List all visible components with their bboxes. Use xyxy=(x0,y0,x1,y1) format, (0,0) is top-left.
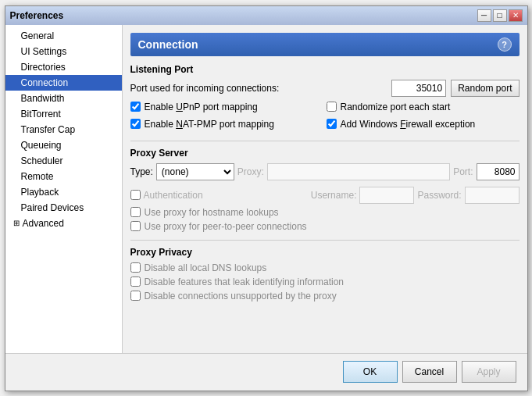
username-label: Username: xyxy=(311,190,357,201)
main-content: General UI Settings Directories Connecti… xyxy=(5,25,527,353)
unsupported-conn-label: Disable connections unsupported by the p… xyxy=(145,291,337,301)
randomize-checkbox-row: Randomize port each start xyxy=(327,102,520,112)
proxy-server-section: Proxy Server Type: (none) Proxy: Port: A… xyxy=(130,148,520,232)
leak-info-label: Disable features that leak identifying i… xyxy=(145,276,344,287)
nat-pmp-checkbox[interactable] xyxy=(130,119,141,129)
proxy-host-input[interactable] xyxy=(267,163,450,180)
minimize-button[interactable]: ─ xyxy=(477,9,491,22)
close-button[interactable]: ✕ xyxy=(509,9,523,22)
proxy-server-label: Proxy Server xyxy=(130,148,520,159)
sidebar-item-ui-settings[interactable]: UI Settings xyxy=(5,44,122,59)
preferences-window: Preferences ─ □ ✕ General UI Settings Di… xyxy=(5,5,528,391)
sidebar-item-paired-devices[interactable]: Paired Devices xyxy=(5,200,122,216)
sidebar-item-playback[interactable]: Playback xyxy=(5,184,122,200)
separator-1 xyxy=(130,141,520,141)
separator-2 xyxy=(130,240,520,241)
firewall-label: Add Windows Firewall exception xyxy=(341,119,476,130)
peer-to-peer-row: Use proxy for peer-to-peer connections xyxy=(130,221,520,232)
firewall-checkbox[interactable] xyxy=(327,119,337,129)
expand-icon: ⊞ xyxy=(13,219,20,227)
leak-info-checkbox[interactable] xyxy=(130,276,141,287)
help-button[interactable]: ? xyxy=(498,37,512,52)
type-label: Type: xyxy=(130,166,153,177)
port-input[interactable] xyxy=(391,80,446,97)
sidebar-item-advanced-label: Advanced xyxy=(23,218,64,229)
cancel-button[interactable]: Cancel xyxy=(402,361,457,383)
title-bar-buttons: ─ □ ✕ xyxy=(477,9,523,22)
randomize-checkbox[interactable] xyxy=(327,102,337,112)
proxy-type-select[interactable]: (none) xyxy=(156,163,234,180)
unsupported-conn-checkbox[interactable] xyxy=(130,291,141,301)
sidebar-item-remote[interactable]: Remote xyxy=(5,169,122,184)
bottom-bar: OK Cancel Apply xyxy=(5,353,527,391)
proxy-privacy-section: Proxy Privacy Disable all local DNS look… xyxy=(130,247,520,301)
auth-label: Authentication xyxy=(144,190,203,201)
random-port-button[interactable]: Random port xyxy=(451,80,519,97)
peer-to-peer-label: Use proxy for peer-to-peer connections xyxy=(145,221,307,232)
sidebar-item-directories[interactable]: Directories xyxy=(5,59,122,75)
nat-pmp-label: Enable NAT-PMP port mapping xyxy=(145,119,274,130)
leak-info-row: Disable features that leak identifying i… xyxy=(130,276,520,287)
apply-button[interactable]: Apply xyxy=(462,361,516,383)
firewall-checkbox-row: Add Windows Firewall exception xyxy=(327,119,520,130)
sidebar-item-bittorrent[interactable]: BitTorrent xyxy=(5,106,122,122)
window-title: Preferences xyxy=(10,10,64,21)
panel-title: Connection xyxy=(138,38,198,51)
listening-port-section: Listening Port Port used for incoming co… xyxy=(130,64,520,133)
auth-row: Authentication Username: Password: xyxy=(130,187,520,204)
maximize-button[interactable]: □ xyxy=(493,9,507,22)
sidebar-item-transfer-cap[interactable]: Transfer Cap xyxy=(5,122,122,137)
unsupported-conn-row: Disable connections unsupported by the p… xyxy=(130,291,520,301)
randomize-label: Randomize port each start xyxy=(341,102,451,112)
panel-header: Connection ? xyxy=(130,33,520,56)
sidebar-item-queueing[interactable]: Queueing xyxy=(5,137,122,153)
password-label: Password: xyxy=(417,190,461,201)
listening-port-label: Listening Port xyxy=(130,64,520,75)
password-input[interactable] xyxy=(465,187,520,204)
proxy-type-row: Type: (none) Proxy: Port: xyxy=(130,163,520,180)
sidebar-item-bandwidth[interactable]: Bandwidth xyxy=(5,91,122,106)
right-panel: Connection ? Listening Port Port used fo… xyxy=(123,25,527,353)
upnp-label: Enable UPnP port mapping xyxy=(145,102,258,112)
nat-pmp-checkbox-row: Enable NAT-PMP port mapping xyxy=(130,119,323,130)
dns-lookup-label: Disable all local DNS lookups xyxy=(145,262,267,273)
hostname-lookup-checkbox[interactable] xyxy=(130,207,141,217)
hostname-lookup-label: Use proxy for hostname lookups xyxy=(145,207,279,218)
proxy-port-input[interactable] xyxy=(477,163,520,180)
sidebar-item-connection[interactable]: Connection xyxy=(5,75,122,91)
sidebar-item-general[interactable]: General xyxy=(5,28,122,44)
username-input[interactable] xyxy=(359,187,414,204)
port-used-label: Port used for incoming connections: xyxy=(130,83,392,94)
proxy-host-label: Proxy: xyxy=(237,166,264,177)
port-checkboxes: Enable UPnP port mapping Randomize port … xyxy=(130,102,520,133)
upnp-checkbox[interactable] xyxy=(130,102,141,112)
proxy-privacy-label: Proxy Privacy xyxy=(130,247,520,258)
dns-lookup-checkbox[interactable] xyxy=(130,262,141,273)
auth-checkbox[interactable] xyxy=(130,190,141,200)
ok-button[interactable]: OK xyxy=(343,361,398,383)
upnp-checkbox-row: Enable UPnP port mapping xyxy=(130,102,323,112)
dns-lookup-row: Disable all local DNS lookups xyxy=(130,262,520,273)
sidebar-item-advanced[interactable]: ⊞ Advanced xyxy=(5,216,122,231)
sidebar-item-scheduler[interactable]: Scheduler xyxy=(5,153,122,169)
hostname-lookup-row: Use proxy for hostname lookups xyxy=(130,207,520,218)
proxy-port-label: Port: xyxy=(453,166,473,177)
title-bar: Preferences ─ □ ✕ xyxy=(5,6,527,25)
sidebar: General UI Settings Directories Connecti… xyxy=(5,25,123,353)
port-row: Port used for incoming connections: Rand… xyxy=(130,80,520,97)
peer-to-peer-checkbox[interactable] xyxy=(130,221,141,231)
